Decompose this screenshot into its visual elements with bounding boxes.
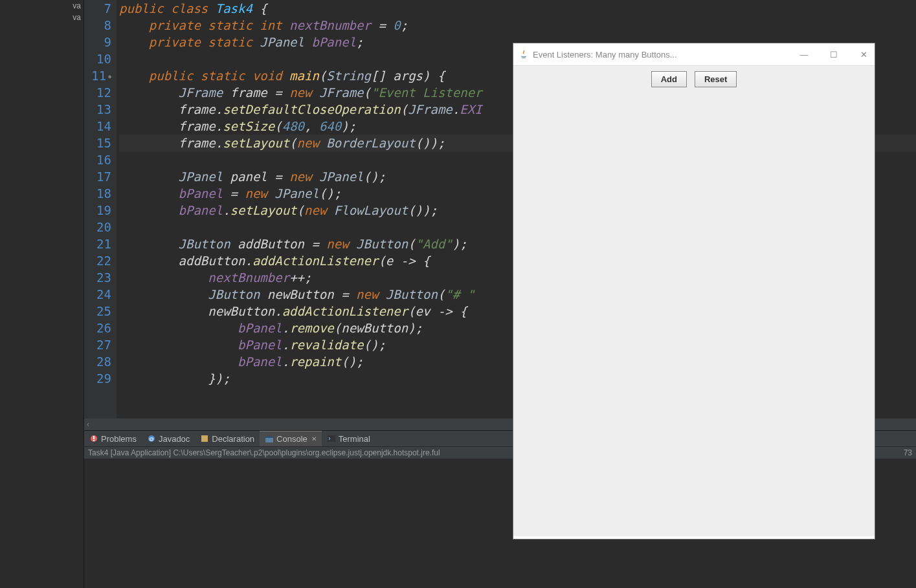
tab-label: Javadoc: [159, 434, 190, 444]
tab-label: Problems: [101, 434, 137, 444]
console-right-status: 73: [904, 448, 912, 457]
maximize-icon[interactable]: ☐: [828, 50, 840, 60]
reset-button[interactable]: Reset: [695, 71, 737, 87]
tab-label: Console: [276, 434, 307, 444]
tab-terminal[interactable]: Terminal: [322, 431, 375, 446]
tab-console[interactable]: Console ✕: [260, 431, 322, 447]
problems-icon: [89, 434, 98, 443]
minimize-icon[interactable]: —: [798, 50, 810, 60]
project-sidebar[interactable]: va va: [0, 0, 84, 588]
svg-rect-8: [328, 435, 335, 442]
sidebar-item[interactable]: va: [0, 12, 84, 23]
java-app-icon: [519, 49, 529, 60]
close-icon[interactable]: ✕: [311, 435, 317, 442]
svg-rect-1: [93, 436, 95, 439]
sidebar-item[interactable]: va: [0, 0, 84, 12]
svg-text:@: @: [149, 436, 154, 442]
tab-declaration[interactable]: Declaration: [195, 431, 260, 446]
svg-rect-7: [265, 436, 273, 438]
console-icon: [265, 435, 274, 444]
svg-rect-2: [93, 440, 95, 441]
declaration-icon: [200, 434, 209, 443]
console-run-info: Task4 [Java Application] C:\Users\SergTe…: [88, 448, 440, 457]
swing-content-panel[interactable]: [513, 91, 875, 536]
window-buttons: — ☐ ✕: [798, 50, 869, 60]
swing-app-window[interactable]: Event Listeners: Many many Buttons... — …: [513, 43, 875, 539]
code-line[interactable]: public class Task4 {: [119, 0, 916, 17]
close-icon[interactable]: ✕: [858, 50, 869, 60]
javadoc-icon: @: [147, 434, 156, 443]
terminal-icon: [327, 434, 336, 443]
ide-root: va va 7891011121314151617181920212223242…: [0, 0, 916, 588]
add-button[interactable]: Add: [651, 71, 687, 87]
swing-toolbar: Add Reset: [513, 65, 875, 91]
swing-title-text: Event Listeners: Many many Buttons...: [533, 50, 677, 60]
scroll-left-icon[interactable]: ‹: [87, 420, 89, 429]
tab-label: Declaration: [212, 434, 254, 444]
swing-titlebar[interactable]: Event Listeners: Many many Buttons... — …: [513, 43, 875, 65]
tab-label: Terminal: [339, 434, 370, 444]
line-gutter: 7891011121314151617181920212223242526272…: [84, 0, 117, 419]
svg-rect-5: [201, 435, 208, 442]
tab-javadoc[interactable]: @ Javadoc: [142, 431, 195, 446]
code-line[interactable]: private static int nextBnumber = 0;: [119, 17, 916, 34]
tab-problems[interactable]: Problems: [84, 431, 142, 446]
